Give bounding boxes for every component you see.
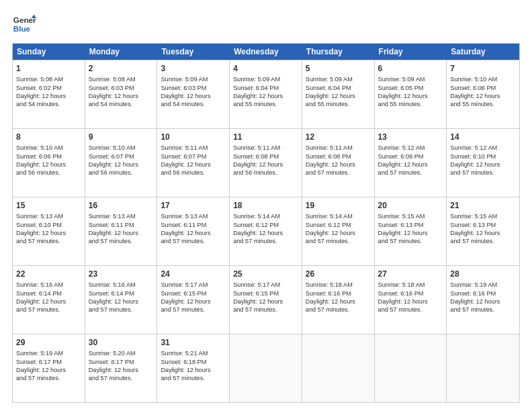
cell-line: Sunrise: 5:11 AM	[306, 144, 371, 152]
day-number: 4	[233, 63, 298, 74]
weekday-header: Friday	[375, 44, 447, 60]
calendar-cell: 27Sunrise: 5:18 AMSunset: 6:16 PMDayligh…	[375, 266, 447, 334]
cell-line: and 57 minutes.	[161, 237, 226, 245]
cell-line: Sunrise: 5:14 AM	[233, 212, 298, 220]
cell-line: Daylight: 12 hours	[378, 92, 443, 100]
cell-line: Sunrise: 5:09 AM	[233, 75, 298, 83]
cell-line: and 54 minutes.	[161, 100, 226, 108]
cell-line: Sunset: 6:16 PM	[450, 289, 516, 298]
cell-line: Daylight: 12 hours	[89, 161, 154, 169]
cell-line: and 55 minutes.	[378, 100, 443, 108]
cell-line: Sunrise: 5:16 AM	[16, 281, 81, 289]
cell-line: Sunset: 6:18 PM	[161, 358, 226, 366]
calendar-cell: 9Sunrise: 5:10 AMSunset: 6:07 PMDaylight…	[85, 129, 158, 197]
day-number: 9	[89, 132, 154, 142]
cell-line: Daylight: 12 hours	[306, 161, 371, 169]
cell-line: Sunset: 6:11 PM	[161, 221, 226, 229]
day-number: 12	[306, 132, 371, 142]
cell-line: Sunset: 6:03 PM	[89, 84, 154, 92]
day-number: 10	[161, 132, 226, 142]
weekday-header: Tuesday	[157, 44, 230, 60]
cell-line: and 57 minutes.	[16, 237, 81, 245]
cell-line: Sunset: 6:14 PM	[16, 289, 81, 298]
calendar-cell: 5Sunrise: 5:09 AMSunset: 6:04 PMDaylight…	[302, 60, 375, 128]
calendar-cell: 16Sunrise: 5:13 AMSunset: 6:11 PMDayligh…	[85, 197, 158, 265]
cell-line: Daylight: 12 hours	[378, 229, 443, 237]
cell-line: Daylight: 12 hours	[233, 161, 298, 169]
calendar-cell: 1Sunrise: 5:08 AMSunset: 6:02 PMDaylight…	[13, 60, 85, 128]
header: General Blue	[12, 12, 520, 36]
calendar-cell: 23Sunrise: 5:16 AMSunset: 6:14 PMDayligh…	[85, 266, 158, 334]
day-number: 29	[16, 337, 81, 348]
day-number: 20	[378, 200, 443, 211]
cell-line: Sunrise: 5:12 AM	[450, 144, 516, 152]
day-number: 5	[306, 63, 371, 74]
day-number: 2	[89, 63, 154, 74]
cell-line: and 57 minutes.	[16, 374, 81, 382]
cell-line: Sunrise: 5:15 AM	[450, 212, 516, 220]
calendar-cell: 30Sunrise: 5:20 AMSunset: 6:17 PMDayligh…	[85, 334, 158, 402]
day-number: 3	[161, 63, 226, 74]
cell-line: and 55 minutes.	[450, 100, 516, 108]
cell-line: Daylight: 12 hours	[89, 298, 154, 306]
weekday-header: Wednesday	[230, 44, 302, 60]
cell-line: Daylight: 12 hours	[450, 229, 516, 237]
cell-line: and 57 minutes.	[233, 306, 298, 314]
cell-line: Sunrise: 5:08 AM	[89, 75, 154, 83]
calendar-cell: 18Sunrise: 5:14 AMSunset: 6:12 PMDayligh…	[230, 197, 302, 265]
calendar-row: 29Sunrise: 5:19 AMSunset: 6:17 PMDayligh…	[13, 334, 519, 402]
cell-line: and 57 minutes.	[306, 237, 371, 245]
day-number: 8	[16, 132, 81, 142]
weekday-header: Thursday	[302, 44, 375, 60]
cell-line: Sunrise: 5:20 AM	[89, 349, 154, 357]
cell-line: Sunrise: 5:19 AM	[450, 281, 516, 289]
cell-line: Sunrise: 5:10 AM	[16, 144, 81, 152]
cell-line: Sunset: 6:05 PM	[378, 84, 443, 92]
cell-line: Daylight: 12 hours	[16, 229, 81, 237]
weekday-header: Saturday	[447, 44, 519, 60]
cell-line: Sunset: 6:14 PM	[89, 289, 154, 298]
logo-icon: General Blue	[12, 12, 36, 36]
calendar-cell: 31Sunrise: 5:21 AMSunset: 6:18 PMDayligh…	[157, 334, 230, 402]
cell-line: Sunset: 6:11 PM	[89, 221, 154, 229]
day-number: 27	[378, 269, 443, 279]
calendar-cell: 7Sunrise: 5:10 AMSunset: 6:06 PMDaylight…	[447, 60, 519, 128]
cell-line: Sunset: 6:07 PM	[161, 152, 226, 161]
calendar-cell: 25Sunrise: 5:17 AMSunset: 6:15 PMDayligh…	[230, 266, 302, 334]
cell-line: Daylight: 12 hours	[89, 229, 154, 237]
calendar-cell: 12Sunrise: 5:11 AMSunset: 6:08 PMDayligh…	[302, 129, 375, 197]
calendar-cell: 29Sunrise: 5:19 AMSunset: 6:17 PMDayligh…	[13, 334, 85, 402]
calendar-cell: 24Sunrise: 5:17 AMSunset: 6:15 PMDayligh…	[157, 266, 230, 334]
cell-line: Sunrise: 5:16 AM	[89, 281, 154, 289]
cell-line: Daylight: 12 hours	[233, 92, 298, 100]
cell-line: Daylight: 12 hours	[16, 366, 81, 374]
cell-line: Sunrise: 5:21 AM	[161, 349, 226, 357]
cell-line: Sunset: 6:06 PM	[450, 84, 516, 92]
cell-line: and 57 minutes.	[378, 306, 443, 314]
day-number: 26	[306, 269, 371, 279]
cell-line: and 55 minutes.	[306, 100, 371, 108]
cell-line: Sunset: 6:04 PM	[306, 84, 371, 92]
cell-line: Sunset: 6:02 PM	[16, 84, 81, 92]
cell-line: Daylight: 12 hours	[378, 298, 443, 306]
day-number: 24	[161, 269, 226, 279]
weekday-header: Monday	[85, 44, 158, 60]
cell-line: Daylight: 12 hours	[16, 298, 81, 306]
cell-line: and 57 minutes.	[89, 374, 154, 382]
cell-line: Sunset: 6:08 PM	[306, 152, 371, 161]
cell-line: Daylight: 12 hours	[233, 298, 298, 306]
cell-line: and 57 minutes.	[450, 237, 516, 245]
cell-line: Sunrise: 5:13 AM	[16, 212, 81, 220]
calendar-row: 22Sunrise: 5:16 AMSunset: 6:14 PMDayligh…	[13, 265, 519, 334]
cell-line: Sunrise: 5:12 AM	[378, 144, 443, 152]
day-number: 13	[378, 132, 443, 142]
day-number: 19	[306, 200, 371, 211]
cell-line: Sunset: 6:13 PM	[378, 221, 443, 229]
cell-line: Sunset: 6:12 PM	[306, 221, 371, 229]
cell-line: Sunset: 6:10 PM	[16, 221, 81, 229]
day-number: 18	[233, 200, 298, 211]
calendar-cell: 13Sunrise: 5:12 AMSunset: 6:09 PMDayligh…	[375, 129, 447, 197]
cell-line: Sunrise: 5:09 AM	[378, 75, 443, 83]
day-number: 11	[233, 132, 298, 142]
cell-line: Daylight: 12 hours	[450, 161, 516, 169]
